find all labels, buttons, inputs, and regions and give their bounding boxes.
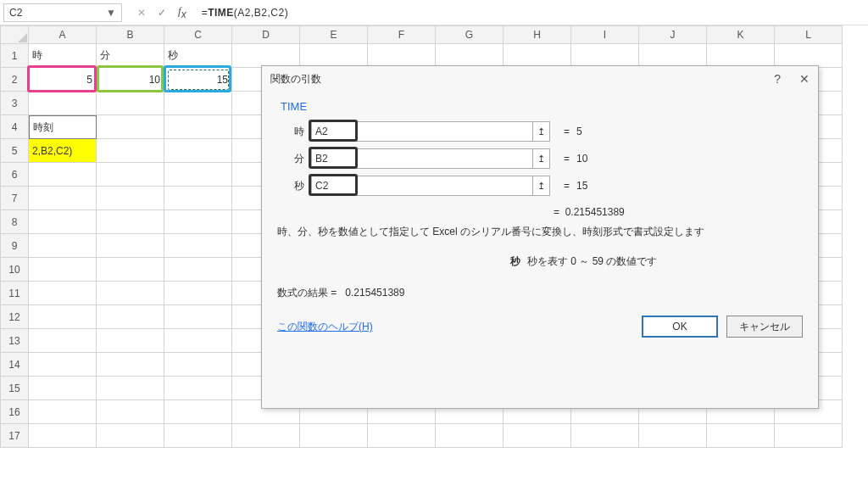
- row-header[interactable]: 6: [0, 163, 29, 187]
- cell[interactable]: [639, 424, 707, 448]
- cell[interactable]: [97, 234, 164, 258]
- column-header[interactable]: B: [97, 25, 164, 44]
- collapse-icon[interactable]: ↥: [533, 176, 550, 196]
- row-header[interactable]: 9: [0, 234, 29, 258]
- close-icon[interactable]: ✕: [799, 72, 810, 86]
- cell[interactable]: [97, 115, 164, 139]
- formula-input[interactable]: =TIME(A2,B2,C2): [202, 6, 289, 19]
- row-header[interactable]: 16: [0, 400, 29, 424]
- cell[interactable]: [29, 377, 97, 400]
- cell[interactable]: [97, 353, 164, 377]
- cancel-icon[interactable]: ✕: [137, 7, 146, 19]
- cell[interactable]: [164, 424, 232, 448]
- cell[interactable]: [97, 377, 164, 400]
- cell[interactable]: [29, 234, 97, 258]
- help-icon[interactable]: ?: [774, 72, 781, 86]
- cell[interactable]: 5: [29, 68, 97, 92]
- row-header[interactable]: 13: [0, 329, 29, 353]
- cell[interactable]: [436, 44, 504, 68]
- cell[interactable]: [97, 305, 164, 329]
- cell[interactable]: [775, 424, 843, 448]
- row-header[interactable]: 1: [0, 44, 29, 68]
- cell[interactable]: [29, 187, 97, 210]
- cell[interactable]: [571, 424, 639, 448]
- cell[interactable]: [97, 329, 164, 353]
- column-header[interactable]: C: [164, 25, 232, 44]
- row-header[interactable]: 8: [0, 210, 29, 234]
- collapse-icon[interactable]: ↥: [533, 148, 550, 169]
- cell[interactable]: [164, 329, 232, 353]
- cell[interactable]: 分: [97, 44, 164, 68]
- cell[interactable]: [164, 282, 232, 305]
- cell[interactable]: [97, 258, 164, 282]
- cell[interactable]: [29, 400, 97, 424]
- cell[interactable]: [707, 424, 775, 448]
- chevron-down-icon[interactable]: ▼: [106, 7, 116, 19]
- cell[interactable]: [29, 305, 97, 329]
- ok-button[interactable]: OK: [642, 316, 718, 338]
- arg-input-minute[interactable]: [311, 148, 533, 169]
- cell[interactable]: 10: [97, 68, 164, 92]
- cell[interactable]: 15: [164, 68, 232, 92]
- cell[interactable]: [97, 92, 164, 115]
- cell[interactable]: [97, 187, 164, 210]
- cell[interactable]: [29, 424, 97, 448]
- function-help-link[interactable]: この関数のヘルプ(H): [277, 320, 373, 334]
- cell[interactable]: [164, 163, 232, 187]
- column-header[interactable]: I: [571, 25, 639, 44]
- confirm-icon[interactable]: ✓: [158, 7, 166, 19]
- cell[interactable]: [164, 258, 232, 282]
- cell[interactable]: [639, 44, 707, 68]
- cell[interactable]: [300, 44, 368, 68]
- column-header[interactable]: D: [232, 25, 300, 44]
- cell[interactable]: [97, 210, 164, 234]
- cell[interactable]: [504, 44, 571, 68]
- cell[interactable]: [368, 44, 436, 68]
- row-header[interactable]: 5: [0, 139, 29, 163]
- cell[interactable]: [29, 329, 97, 353]
- cell[interactable]: [436, 424, 504, 448]
- cell[interactable]: [300, 424, 368, 448]
- cell[interactable]: [29, 92, 97, 115]
- arg-input-second[interactable]: [311, 176, 533, 196]
- column-header[interactable]: K: [707, 25, 775, 44]
- column-header[interactable]: F: [368, 25, 436, 44]
- cell[interactable]: [164, 92, 232, 115]
- row-header[interactable]: 17: [0, 424, 29, 448]
- row-header[interactable]: 12: [0, 305, 29, 329]
- row-header[interactable]: 11: [0, 282, 29, 305]
- cell[interactable]: [97, 424, 164, 448]
- cell[interactable]: [232, 424, 300, 448]
- collapse-icon[interactable]: ↥: [533, 121, 550, 142]
- cell[interactable]: [164, 234, 232, 258]
- row-header[interactable]: 2: [0, 68, 29, 92]
- cell[interactable]: [504, 424, 571, 448]
- cancel-button[interactable]: キャンセル: [726, 316, 803, 338]
- cell[interactable]: [164, 115, 232, 139]
- cell[interactable]: [29, 210, 97, 234]
- column-header[interactable]: G: [436, 25, 504, 44]
- cell[interactable]: [164, 305, 232, 329]
- row-header[interactable]: 3: [0, 92, 29, 115]
- row-header[interactable]: 15: [0, 377, 29, 400]
- row-header[interactable]: 4: [0, 115, 29, 139]
- cell[interactable]: [29, 258, 97, 282]
- fx-icon[interactable]: fx: [178, 4, 186, 20]
- cell[interactable]: [232, 44, 300, 68]
- column-header[interactable]: J: [639, 25, 707, 44]
- cell[interactable]: [164, 377, 232, 400]
- cell[interactable]: [707, 44, 775, 68]
- cell[interactable]: [164, 139, 232, 163]
- cell[interactable]: [164, 187, 232, 210]
- column-header[interactable]: H: [504, 25, 571, 44]
- cell[interactable]: 時刻: [29, 115, 97, 139]
- cell[interactable]: [29, 353, 97, 377]
- row-header[interactable]: 7: [0, 187, 29, 210]
- column-header[interactable]: L: [775, 25, 843, 44]
- cell[interactable]: 秒: [164, 44, 232, 68]
- column-header[interactable]: E: [300, 25, 368, 44]
- select-all-corner[interactable]: [0, 25, 29, 44]
- name-box[interactable]: C2 ▼: [3, 3, 122, 22]
- cell[interactable]: [97, 282, 164, 305]
- cell[interactable]: 時: [29, 44, 97, 68]
